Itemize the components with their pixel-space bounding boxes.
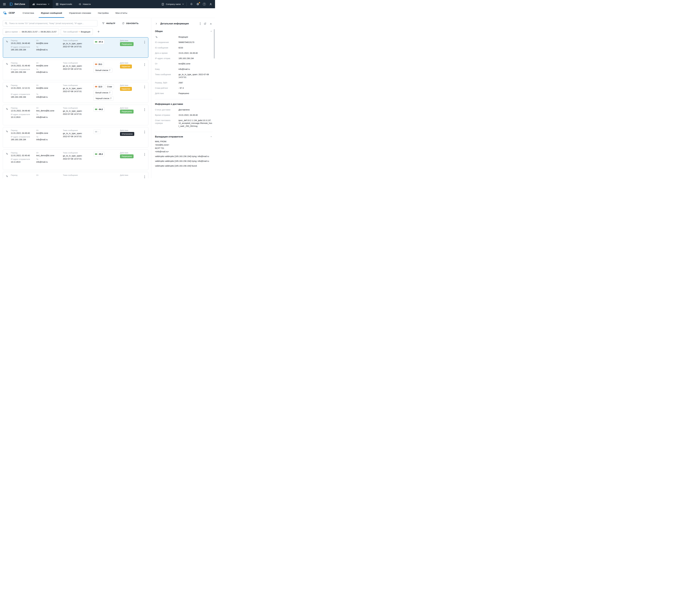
tab-settings[interactable]: Настройка: [96, 8, 111, 18]
refresh-button[interactable]: ОБНОВИТЬ: [122, 22, 138, 25]
detail-row-value: 2587: [179, 81, 212, 84]
subnav: CESP Статистика Журнал сообщений Управле…: [0, 8, 215, 18]
sender-ip-value: 10.3.139.8: [11, 161, 36, 163]
detail-row: Дата и время 15.01.2022, 04:49:40: [155, 51, 212, 56]
message-card[interactable]: Период11.01.2022, 02:45:40 Отtest_demo@b…: [3, 150, 149, 170]
sender-ip-label: IP-адрес отправителя: [11, 158, 36, 160]
notifications-bell-icon[interactable]: [190, 2, 193, 6]
message-card[interactable]: Период11.01.2022, 04:49:40 Отtest@bi.zon…: [3, 127, 149, 148]
validation-paragraph: validrcptto validrcptto [185.163.158.194…: [155, 155, 212, 158]
sender-ip-value: 10.3.139.8: [11, 116, 36, 118]
product-switcher[interactable]: CESP: [3, 8, 15, 18]
from-value: test@bi.zone: [36, 87, 63, 89]
chevron-up-icon[interactable]: [210, 30, 212, 32]
from-label: От: [36, 84, 63, 86]
kebab-menu-button[interactable]: [141, 129, 148, 133]
detail-row-label: Время отправки: [155, 114, 177, 117]
rating-bars-icon: [95, 41, 97, 42]
add-filter-button[interactable]: +: [97, 30, 100, 34]
detail-row: Спам-рейтинг - 97.3: [155, 86, 212, 91]
brand-logo[interactable]: Def.Zone: [9, 0, 29, 8]
list-tag-chip: Белый список: 7: [93, 68, 113, 72]
tab-message-log[interactable]: Журнал сообщений: [39, 8, 64, 18]
detail-row-value: Доставлено: [179, 108, 212, 111]
message-card[interactable]: Период14.01.2022, 01:49:40 Отtest@bi.zon…: [3, 60, 149, 80]
message-log-main: ФИЛЬТР ОБНОВИТЬ Дата и время — 08.05.202…: [0, 18, 151, 178]
incoming-arrow-icon: [3, 174, 11, 178]
sender-ip-value: 185.163.158.194: [11, 96, 36, 98]
filter-chip-type[interactable]: Тип сообщений = Входящие: [61, 28, 93, 35]
action-label: Действие: [120, 62, 141, 64]
user-profile-icon[interactable]: [209, 2, 213, 6]
kebab-menu-button[interactable]: [141, 152, 148, 156]
nav-item-marketplace[interactable]: Маркетплейс: [53, 0, 75, 8]
message-card[interactable]: Период От Тема сообщения IP-адрес отправ…: [3, 172, 149, 178]
nav-item-label: Аналитика: [36, 3, 46, 5]
panel-title: Детальная информация: [160, 22, 189, 25]
cesp-logo-icon: [3, 11, 7, 15]
tab-my-reports[interactable]: Мои отчеты: [113, 8, 129, 18]
detail-row-value: - 97.3: [179, 87, 212, 90]
sender-ip-label: IP-адрес отправителя: [11, 46, 36, 48]
filter-chip-date[interactable]: Дата и время — 08.05.2021 21:57 — 09.06.…: [3, 28, 59, 35]
incoming-arrow-icon: [3, 107, 11, 112]
chevron-up-icon[interactable]: [210, 136, 212, 138]
open-in-new-icon[interactable]: [204, 23, 206, 25]
period-value: 11.01.2022, 04:49:40: [11, 132, 36, 134]
help-icon[interactable]: ?: [202, 2, 206, 6]
panel-collapse-chevron-icon[interactable]: [155, 23, 158, 25]
to-label: To: [36, 158, 63, 160]
brand-name: Def.Zone: [14, 3, 25, 6]
rating-bars-icon: [95, 131, 97, 132]
incoming-arrow-icon: [3, 129, 11, 134]
detail-row: От test@bi.zone: [155, 61, 212, 66]
panel-kebab-menu[interactable]: [200, 23, 200, 25]
incoming-arrow-icon: [3, 39, 11, 44]
search-icon: [5, 22, 7, 25]
hamburger-menu-button[interactable]: [0, 0, 9, 8]
nav-item-analytics[interactable]: Аналитика: [29, 0, 53, 8]
search-input[interactable]: [3, 20, 97, 27]
kebab-menu-button[interactable]: [141, 107, 148, 111]
action-badge: Разрешено: [120, 154, 133, 158]
settings-gear-icon[interactable]: ⚙: [196, 2, 200, 6]
scrollbar-thumb[interactable]: [214, 29, 215, 59]
rating-bars-icon: [95, 86, 97, 87]
tab-statistics[interactable]: Статистика: [21, 8, 36, 18]
detail-row-value: Разрешено: [179, 92, 212, 95]
rating-value: -97.3: [98, 41, 103, 43]
nav-item-news[interactable]: Новости: [75, 0, 94, 8]
kebab-menu-button[interactable]: [141, 84, 148, 88]
filter-button[interactable]: ФИЛЬТР: [102, 22, 115, 25]
to-value: info@mail.ru: [36, 71, 63, 73]
incoming-arrow-icon: [3, 62, 11, 67]
subject-label: Тема сообщения: [63, 84, 93, 86]
tab-list-management[interactable]: Управление списками: [67, 8, 93, 18]
company-selector[interactable]: Company name: [161, 3, 184, 6]
message-card[interactable]: Период12.01.2022, 04:49:40 Отtest_demo@b…: [3, 105, 149, 125]
action-label: Действие: [120, 107, 141, 109]
message-card[interactable]: Период12.01.2022, 12:12:21 Отtest@bi.zon…: [3, 82, 149, 103]
list-tags: Белый список: 7Черный список: 7: [93, 91, 120, 101]
message-card[interactable]: Период15.01.2022, 04:49:40 Отtest@bi.zon…: [3, 37, 149, 58]
kebab-menu-button[interactable]: [141, 174, 148, 178]
detail-row: Входящее: [155, 34, 212, 40]
rating-bars-icon: [95, 64, 97, 65]
subject-label: Тема сообщения: [63, 129, 93, 131]
to-label: To: [36, 68, 63, 70]
nav-item-label: Маркетплейс: [60, 3, 72, 5]
kebab-menu-button[interactable]: [141, 39, 148, 43]
spam-rating-badge: -95.3: [93, 152, 104, 156]
topbar: Def.Zone Аналитика Маркетплейс Новости: [0, 0, 215, 8]
detail-row: Действие Разрешено: [155, 91, 212, 96]
sender-ip-label: IP-адрес отправителя: [11, 68, 36, 70]
incoming-arrow-icon: [3, 152, 11, 157]
period-value: 14.01.2022, 01:49:40: [11, 65, 36, 67]
collapse-all-double-chevron-icon[interactable]: [210, 23, 212, 25]
to-label: To: [36, 93, 63, 95]
detail-row: Кому info@mail.ru: [155, 66, 212, 72]
spam-rating-badge: -: [93, 129, 101, 134]
kebab-menu-button[interactable]: [141, 62, 148, 66]
detail-row-value: 56680794015170: [179, 41, 212, 44]
detail-row: Размер, байт 2587: [155, 80, 212, 86]
